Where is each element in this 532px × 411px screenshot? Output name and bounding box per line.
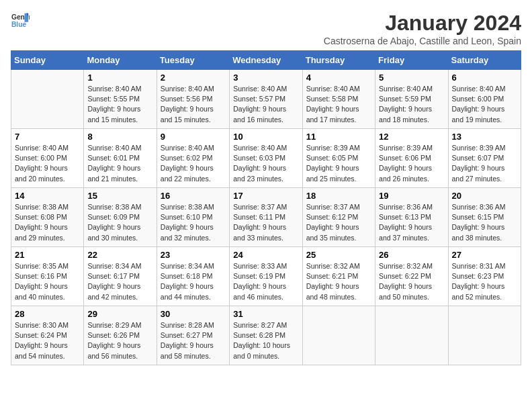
calendar-cell: 5Sunrise: 8:40 AMSunset: 5:59 PMDaylight… — [375, 70, 448, 129]
calendar-cell: 1Sunrise: 8:40 AMSunset: 5:55 PMDaylight… — [84, 70, 157, 129]
calendar-cell: 23Sunrise: 8:34 AMSunset: 6:18 PMDayligh… — [157, 247, 229, 306]
calendar-cell — [448, 306, 521, 365]
calendar-cell: 28Sunrise: 8:30 AMSunset: 6:24 PMDayligh… — [11, 306, 84, 365]
calendar-cell: 31Sunrise: 8:27 AMSunset: 6:28 PMDayligh… — [230, 306, 302, 365]
day-number: 17 — [233, 191, 298, 201]
calendar-cell: 19Sunrise: 8:36 AMSunset: 6:13 PMDayligh… — [375, 188, 448, 247]
day-detail: Sunrise: 8:35 AMSunset: 6:16 PMDaylight:… — [15, 261, 80, 302]
day-number: 22 — [87, 250, 152, 260]
day-detail: Sunrise: 8:40 AMSunset: 6:02 PMDaylight:… — [161, 143, 226, 184]
week-row-3: 14Sunrise: 8:38 AMSunset: 6:08 PMDayligh… — [11, 188, 521, 247]
day-detail: Sunrise: 8:37 AMSunset: 6:12 PMDaylight:… — [306, 202, 371, 243]
day-detail: Sunrise: 8:38 AMSunset: 6:08 PMDaylight:… — [15, 202, 80, 243]
calendar-cell: 20Sunrise: 8:36 AMSunset: 6:15 PMDayligh… — [448, 188, 521, 247]
calendar-body: 1Sunrise: 8:40 AMSunset: 5:55 PMDaylight… — [11, 70, 521, 365]
day-number: 25 — [306, 250, 371, 260]
calendar-cell — [11, 70, 84, 129]
header-wednesday: Wednesday — [230, 51, 302, 70]
day-detail: Sunrise: 8:40 AMSunset: 6:00 PMDaylight:… — [452, 84, 517, 125]
day-detail: Sunrise: 8:36 AMSunset: 6:13 PMDaylight:… — [379, 202, 444, 243]
day-number: 4 — [306, 73, 371, 83]
header-thursday: Thursday — [302, 51, 375, 70]
calendar-title: January 2024 — [324, 11, 521, 36]
day-detail: Sunrise: 8:31 AMSunset: 6:23 PMDaylight:… — [452, 261, 517, 302]
calendar-cell: 18Sunrise: 8:37 AMSunset: 6:12 PMDayligh… — [302, 188, 375, 247]
header-sunday: Sunday — [11, 51, 84, 70]
day-detail: Sunrise: 8:36 AMSunset: 6:15 PMDaylight:… — [452, 202, 517, 243]
week-row-4: 21Sunrise: 8:35 AMSunset: 6:16 PMDayligh… — [11, 247, 521, 306]
day-detail: Sunrise: 8:32 AMSunset: 6:22 PMDaylight:… — [379, 261, 444, 302]
day-detail: Sunrise: 8:33 AMSunset: 6:19 PMDaylight:… — [233, 261, 298, 302]
calendar-cell: 16Sunrise: 8:38 AMSunset: 6:10 PMDayligh… — [157, 188, 229, 247]
logo-icon: General Blue — [11, 11, 30, 30]
day-number: 11 — [306, 132, 371, 142]
calendar-cell: 29Sunrise: 8:29 AMSunset: 6:26 PMDayligh… — [84, 306, 157, 365]
calendar-cell: 12Sunrise: 8:39 AMSunset: 6:06 PMDayligh… — [375, 129, 448, 188]
day-detail: Sunrise: 8:40 AMSunset: 5:58 PMDaylight:… — [306, 84, 371, 125]
week-row-2: 7Sunrise: 8:40 AMSunset: 6:00 PMDaylight… — [11, 129, 521, 188]
calendar-cell: 11Sunrise: 8:39 AMSunset: 6:05 PMDayligh… — [302, 129, 375, 188]
day-number: 1 — [87, 73, 152, 83]
day-detail: Sunrise: 8:32 AMSunset: 6:21 PMDaylight:… — [306, 261, 371, 302]
day-detail: Sunrise: 8:29 AMSunset: 6:26 PMDaylight:… — [87, 320, 152, 361]
header-friday: Friday — [375, 51, 448, 70]
header-row: SundayMondayTuesdayWednesdayThursdayFrid… — [11, 51, 521, 70]
calendar-cell: 10Sunrise: 8:40 AMSunset: 6:03 PMDayligh… — [230, 129, 302, 188]
calendar-cell — [375, 306, 448, 365]
calendar-table: SundayMondayTuesdayWednesdayThursdayFrid… — [11, 50, 521, 365]
calendar-cell: 13Sunrise: 8:39 AMSunset: 6:07 PMDayligh… — [448, 129, 521, 188]
day-number: 31 — [233, 309, 298, 319]
calendar-cell — [302, 306, 375, 365]
day-number: 16 — [161, 191, 226, 201]
day-number: 26 — [379, 250, 444, 260]
day-number: 6 — [452, 73, 517, 83]
day-number: 24 — [233, 250, 298, 260]
calendar-cell: 3Sunrise: 8:40 AMSunset: 5:57 PMDaylight… — [230, 70, 302, 129]
day-detail: Sunrise: 8:40 AMSunset: 5:56 PMDaylight:… — [161, 84, 226, 125]
calendar-cell: 27Sunrise: 8:31 AMSunset: 6:23 PMDayligh… — [448, 247, 521, 306]
header-tuesday: Tuesday — [157, 51, 229, 70]
day-number: 13 — [452, 132, 517, 142]
calendar-cell: 7Sunrise: 8:40 AMSunset: 6:00 PMDaylight… — [11, 129, 84, 188]
calendar-cell: 17Sunrise: 8:37 AMSunset: 6:11 PMDayligh… — [230, 188, 302, 247]
day-number: 5 — [379, 73, 444, 83]
day-detail: Sunrise: 8:40 AMSunset: 5:59 PMDaylight:… — [379, 84, 444, 125]
day-number: 23 — [161, 250, 226, 260]
day-number: 29 — [87, 309, 152, 319]
calendar-cell: 2Sunrise: 8:40 AMSunset: 5:56 PMDaylight… — [157, 70, 229, 129]
calendar-cell: 25Sunrise: 8:32 AMSunset: 6:21 PMDayligh… — [302, 247, 375, 306]
day-number: 21 — [15, 250, 80, 260]
day-number: 19 — [379, 191, 444, 201]
day-number: 9 — [161, 132, 226, 142]
day-number: 30 — [161, 309, 226, 319]
day-detail: Sunrise: 8:38 AMSunset: 6:10 PMDaylight:… — [161, 202, 226, 243]
header: General Blue January 2024 Castroserna de… — [11, 11, 521, 46]
day-number: 18 — [306, 191, 371, 201]
calendar-cell: 6Sunrise: 8:40 AMSunset: 6:00 PMDaylight… — [448, 70, 521, 129]
day-detail: Sunrise: 8:38 AMSunset: 6:09 PMDaylight:… — [87, 202, 152, 243]
day-number: 10 — [233, 132, 298, 142]
header-monday: Monday — [84, 51, 157, 70]
day-number: 8 — [87, 132, 152, 142]
day-detail: Sunrise: 8:27 AMSunset: 6:28 PMDaylight:… — [233, 320, 298, 361]
calendar-cell: 22Sunrise: 8:34 AMSunset: 6:17 PMDayligh… — [84, 247, 157, 306]
day-number: 15 — [87, 191, 152, 201]
day-detail: Sunrise: 8:34 AMSunset: 6:17 PMDaylight:… — [87, 261, 152, 302]
calendar-cell: 21Sunrise: 8:35 AMSunset: 6:16 PMDayligh… — [11, 247, 84, 306]
day-number: 20 — [452, 191, 517, 201]
day-detail: Sunrise: 8:40 AMSunset: 5:55 PMDaylight:… — [87, 84, 152, 125]
day-number: 12 — [379, 132, 444, 142]
title-area: January 2024 Castroserna de Abajo, Casti… — [324, 11, 521, 46]
calendar-cell: 30Sunrise: 8:28 AMSunset: 6:27 PMDayligh… — [157, 306, 229, 365]
week-row-5: 28Sunrise: 8:30 AMSunset: 6:24 PMDayligh… — [11, 306, 521, 365]
calendar-cell: 14Sunrise: 8:38 AMSunset: 6:08 PMDayligh… — [11, 188, 84, 247]
day-detail: Sunrise: 8:30 AMSunset: 6:24 PMDaylight:… — [15, 320, 80, 361]
day-number: 28 — [15, 309, 80, 319]
week-row-1: 1Sunrise: 8:40 AMSunset: 5:55 PMDaylight… — [11, 70, 521, 129]
day-number: 14 — [15, 191, 80, 201]
calendar-header: SundayMondayTuesdayWednesdayThursdayFrid… — [11, 51, 521, 70]
header-saturday: Saturday — [448, 51, 521, 70]
day-number: 7 — [15, 132, 80, 142]
day-detail: Sunrise: 8:40 AMSunset: 6:00 PMDaylight:… — [15, 143, 80, 184]
calendar-cell: 26Sunrise: 8:32 AMSunset: 6:22 PMDayligh… — [375, 247, 448, 306]
